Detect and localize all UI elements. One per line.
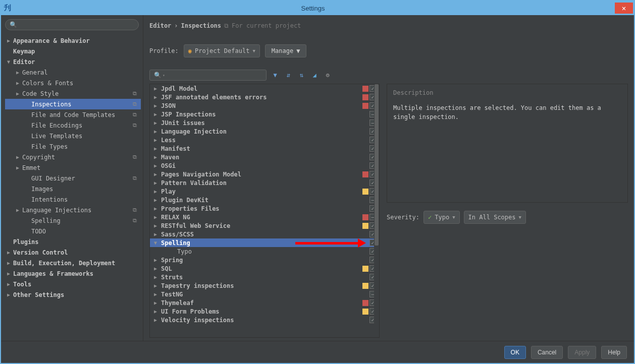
search-icon: 🔍 bbox=[154, 72, 162, 79]
inspection-item[interactable]: OSGi bbox=[150, 161, 379, 170]
close-button[interactable]: ✕ bbox=[615, 3, 633, 14]
sidebar-item[interactable]: Other Settings bbox=[5, 289, 141, 300]
cancel-button[interactable]: Cancel bbox=[531, 346, 563, 359]
scope-combo[interactable]: In All Scopes ▼ bbox=[464, 211, 526, 224]
collapse-all-icon[interactable]: ⇅ bbox=[297, 71, 306, 80]
ok-button[interactable]: OK bbox=[504, 346, 526, 359]
sidebar-item[interactable]: TODO bbox=[5, 226, 141, 236]
inspection-item[interactable]: Language Injection bbox=[150, 127, 379, 136]
sidebar-item[interactable]: File Types bbox=[5, 141, 141, 152]
description-text: Multiple inspections are selected. You c… bbox=[393, 103, 621, 122]
inspection-item[interactable]: Jpdl Model bbox=[150, 84, 379, 93]
project-scope-icon: ⧉ bbox=[133, 90, 137, 97]
inspection-item[interactable]: JSP Inspections bbox=[150, 110, 379, 118]
inspection-label: Velocity inspections bbox=[161, 317, 362, 324]
sidebar-item[interactable]: Languages & Frameworks bbox=[5, 268, 141, 279]
inspection-item[interactable]: UI Form Problems bbox=[150, 307, 379, 316]
sidebar-item[interactable]: Spelling⧉ bbox=[5, 215, 141, 226]
inspection-item[interactable]: Thymeleaf bbox=[150, 298, 379, 307]
project-scope-icon: ⧉ bbox=[133, 154, 137, 160]
expand-all-icon[interactable]: ⇵ bbox=[284, 71, 293, 80]
reset-icon[interactable]: ◢ bbox=[310, 71, 319, 80]
inspection-item[interactable]: Spelling bbox=[150, 238, 379, 247]
sidebar-item[interactable]: Version Control bbox=[5, 247, 141, 258]
inspection-item[interactable]: Maven bbox=[150, 153, 379, 161]
chevron-right-icon bbox=[16, 207, 22, 213]
sidebar-item-label: Colors & Fonts bbox=[22, 80, 73, 87]
sidebar-item[interactable]: File and Code Templates⧉ bbox=[5, 109, 141, 120]
severity-indicator bbox=[362, 274, 368, 280]
inspection-item[interactable]: Pages Navigation Model bbox=[150, 170, 379, 178]
sidebar-item[interactable]: Intentions bbox=[5, 194, 141, 205]
inspection-label: JSF annotated elements errors bbox=[161, 94, 362, 101]
sidebar-item[interactable]: Appearance & Behavior bbox=[5, 35, 141, 46]
manage-button[interactable]: Manage ▼ bbox=[265, 44, 307, 57]
inspection-item[interactable]: JSF annotated elements errors bbox=[150, 93, 379, 101]
sidebar-item[interactable]: GUI Designer⧉ bbox=[5, 173, 141, 184]
settings-tree: Appearance & BehaviorKeymapEditorGeneral… bbox=[5, 35, 141, 337]
sidebar-item[interactable]: Editor bbox=[5, 56, 141, 67]
inspection-toolbar: 🔍 ▾ ▼ ⇵ ⇅ ◢ ⚙ bbox=[149, 70, 628, 81]
sidebar-item-label: File and Code Templates bbox=[31, 111, 115, 118]
inspection-search[interactable]: 🔍 ▾ bbox=[149, 70, 267, 81]
sidebar-item[interactable]: Images bbox=[5, 184, 141, 194]
chevron-right-icon bbox=[16, 80, 22, 86]
severity-indicator bbox=[362, 249, 368, 255]
sidebar-item[interactable]: Emmet bbox=[5, 162, 141, 173]
sidebar-item[interactable]: Tools bbox=[5, 279, 141, 289]
project-scope-icon: ⧉ bbox=[224, 22, 229, 29]
inspection-item[interactable]: Spring bbox=[150, 256, 379, 264]
inspection-item[interactable]: RELAX NG bbox=[150, 213, 379, 221]
inspection-item[interactable]: Typo bbox=[150, 247, 379, 256]
sidebar-item[interactable]: Colors & Fonts bbox=[5, 78, 141, 88]
chevron-right-icon bbox=[7, 260, 13, 266]
inspection-item[interactable]: Less bbox=[150, 136, 379, 144]
inspection-item[interactable]: Properties Files bbox=[150, 204, 379, 213]
inspection-item[interactable]: Plugin DevKit bbox=[150, 196, 379, 204]
inspection-label: Language Injection bbox=[161, 128, 362, 135]
sidebar-item[interactable]: Keymap bbox=[5, 46, 141, 56]
inspection-item[interactable]: RESTful Web Service bbox=[150, 221, 379, 230]
chevron-right-icon bbox=[16, 165, 22, 170]
help-button[interactable]: Help bbox=[601, 346, 627, 359]
inspection-item[interactable]: TestNG bbox=[150, 290, 379, 298]
profile-combo[interactable]: ◉ Project Default ▼ bbox=[184, 44, 260, 57]
sidebar-item-label: GUI Designer bbox=[31, 175, 75, 182]
inspection-label: Tapestry inspections bbox=[161, 282, 362, 289]
severity-combo[interactable]: ✓ Typo ▼ bbox=[424, 211, 460, 224]
filter-icon[interactable]: ▼ bbox=[271, 71, 280, 80]
sidebar-item[interactable]: General bbox=[5, 67, 141, 78]
apply-button[interactable]: Apply bbox=[568, 346, 596, 359]
chevron-right-icon bbox=[7, 281, 13, 287]
sidebar-item[interactable]: File Encodings⧉ bbox=[5, 120, 141, 131]
inspection-item[interactable]: Velocity inspections bbox=[150, 316, 379, 324]
chevron-right-icon bbox=[154, 223, 161, 228]
sidebar-item[interactable]: Plugins bbox=[5, 236, 141, 247]
sidebar-item[interactable]: Inspections⧉ bbox=[5, 99, 141, 109]
inspection-item[interactable]: Sass/SCSS bbox=[150, 230, 379, 238]
severity-indicator bbox=[362, 120, 368, 126]
inspection-label: OSGi bbox=[161, 162, 362, 169]
sidebar-item[interactable]: Build, Execution, Deployment bbox=[5, 258, 141, 268]
scrollbar-thumb[interactable] bbox=[375, 84, 379, 246]
inspection-item[interactable]: Play bbox=[150, 187, 379, 196]
profile-value: Project Default bbox=[195, 47, 249, 54]
sidebar-item-label: Keymap bbox=[13, 48, 35, 55]
inspection-item[interactable]: Struts bbox=[150, 273, 379, 281]
inspection-item[interactable]: SQL bbox=[150, 264, 379, 273]
scrollbar[interactable] bbox=[374, 84, 379, 337]
inspection-item[interactable]: JUnit issues bbox=[150, 118, 379, 127]
gear-icon[interactable]: ⚙ bbox=[323, 71, 332, 80]
sidebar-item[interactable]: Live Templates bbox=[5, 131, 141, 141]
sidebar-item-label: Images bbox=[31, 186, 53, 193]
inspection-item[interactable]: Tapestry inspections bbox=[150, 281, 379, 290]
inspection-item[interactable]: JSON bbox=[150, 101, 379, 110]
chevron-right-icon bbox=[154, 206, 161, 211]
inspection-item[interactable]: Manifest bbox=[150, 144, 379, 153]
sidebar-item[interactable]: Code Style⧉ bbox=[5, 88, 141, 99]
sidebar-item[interactable]: Copyright⧉ bbox=[5, 152, 141, 162]
severity-indicator bbox=[362, 266, 368, 272]
sidebar-item[interactable]: Language Injections⧉ bbox=[5, 205, 141, 215]
sidebar-search[interactable]: 🔍 bbox=[5, 19, 139, 30]
inspection-item[interactable]: Pattern Validation bbox=[150, 178, 379, 187]
